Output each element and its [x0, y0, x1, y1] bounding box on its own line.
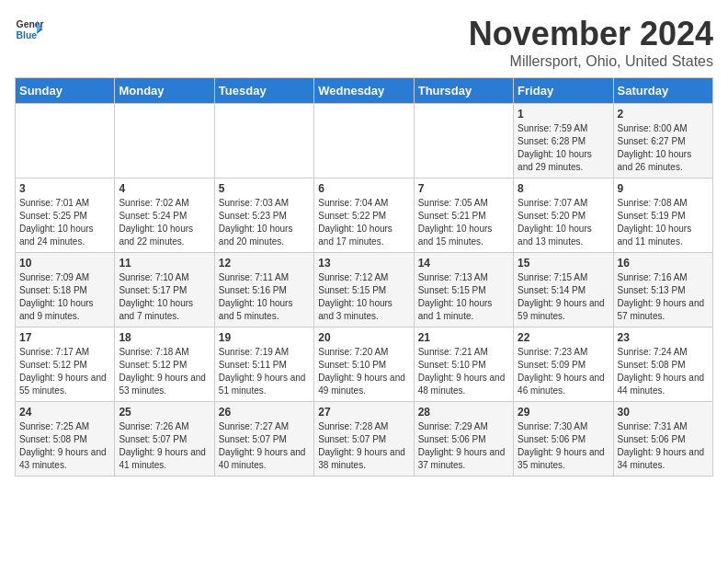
- logo: General Blue: [15, 15, 44, 44]
- day-info: Sunrise: 7:23 AM Sunset: 5:09 PM Dayligh…: [518, 346, 609, 397]
- calendar-cell: 3Sunrise: 7:01 AM Sunset: 5:25 PM Daylig…: [16, 178, 115, 253]
- day-info: Sunrise: 7:01 AM Sunset: 5:25 PM Dayligh…: [19, 197, 110, 248]
- calendar-cell: 15Sunrise: 7:15 AM Sunset: 5:14 PM Dayli…: [514, 253, 613, 327]
- day-info: Sunrise: 7:05 AM Sunset: 5:21 PM Dayligh…: [418, 197, 509, 248]
- day-info: Sunrise: 7:12 AM Sunset: 5:15 PM Dayligh…: [318, 271, 409, 323]
- calendar-cell: 17Sunrise: 7:17 AM Sunset: 5:12 PM Dayli…: [16, 327, 115, 402]
- calendar-cell: 12Sunrise: 7:11 AM Sunset: 5:16 PM Dayli…: [214, 253, 313, 327]
- day-info: Sunrise: 7:17 AM Sunset: 5:12 PM Dayligh…: [19, 346, 110, 397]
- day-number: 1: [518, 108, 609, 121]
- day-number: 16: [618, 257, 709, 270]
- day-number: 2: [618, 108, 709, 121]
- day-info: Sunrise: 7:19 AM Sunset: 5:11 PM Dayligh…: [219, 346, 310, 397]
- day-number: 26: [219, 406, 310, 419]
- header-day-friday: Friday: [514, 78, 613, 104]
- calendar-cell: 13Sunrise: 7:12 AM Sunset: 5:15 PM Dayli…: [314, 253, 414, 327]
- header-day-wednesday: Wednesday: [314, 78, 414, 104]
- calendar-cell: 1Sunrise: 7:59 AM Sunset: 6:28 PM Daylig…: [514, 104, 613, 178]
- header-day-sunday: Sunday: [16, 78, 115, 104]
- day-info: Sunrise: 7:04 AM Sunset: 5:22 PM Dayligh…: [318, 197, 409, 248]
- day-number: 21: [418, 331, 509, 344]
- day-number: 6: [318, 182, 409, 195]
- title-area: November 2024 Millersport, Ohio, United …: [469, 15, 713, 70]
- day-info: Sunrise: 7:08 AM Sunset: 5:19 PM Dayligh…: [618, 197, 709, 248]
- day-number: 27: [318, 406, 409, 419]
- day-info: Sunrise: 7:29 AM Sunset: 5:06 PM Dayligh…: [418, 420, 509, 472]
- calendar-cell: 2Sunrise: 8:00 AM Sunset: 6:27 PM Daylig…: [613, 104, 712, 178]
- day-info: Sunrise: 8:00 AM Sunset: 6:27 PM Dayligh…: [618, 122, 709, 174]
- day-info: Sunrise: 7:02 AM Sunset: 5:24 PM Dayligh…: [119, 197, 210, 248]
- day-info: Sunrise: 7:03 AM Sunset: 5:23 PM Dayligh…: [219, 197, 310, 248]
- day-number: 17: [19, 331, 110, 344]
- day-info: Sunrise: 7:10 AM Sunset: 5:17 PM Dayligh…: [119, 271, 210, 323]
- day-number: 20: [318, 331, 409, 344]
- day-number: 30: [618, 406, 709, 419]
- day-number: 8: [518, 182, 609, 195]
- day-number: 24: [19, 406, 110, 419]
- day-info: Sunrise: 7:16 AM Sunset: 5:13 PM Dayligh…: [618, 271, 709, 323]
- day-info: Sunrise: 7:15 AM Sunset: 5:14 PM Dayligh…: [518, 271, 609, 323]
- calendar-cell: 22Sunrise: 7:23 AM Sunset: 5:09 PM Dayli…: [514, 327, 613, 402]
- calendar-week-row: 17Sunrise: 7:17 AM Sunset: 5:12 PM Dayli…: [16, 327, 713, 402]
- day-info: Sunrise: 7:11 AM Sunset: 5:16 PM Dayligh…: [219, 271, 310, 323]
- day-number: 23: [618, 331, 709, 344]
- day-info: Sunrise: 7:20 AM Sunset: 5:10 PM Dayligh…: [318, 346, 409, 397]
- day-number: 14: [418, 257, 509, 270]
- day-number: 3: [19, 182, 110, 195]
- calendar-table: SundayMondayTuesdayWednesdayThursdayFrid…: [15, 77, 713, 477]
- calendar-cell: [16, 104, 115, 178]
- day-info: Sunrise: 7:31 AM Sunset: 5:06 PM Dayligh…: [618, 420, 709, 472]
- calendar-cell: 8Sunrise: 7:07 AM Sunset: 5:20 PM Daylig…: [514, 178, 613, 253]
- day-info: Sunrise: 7:27 AM Sunset: 5:07 PM Dayligh…: [219, 420, 310, 472]
- day-info: Sunrise: 7:09 AM Sunset: 5:18 PM Dayligh…: [19, 271, 110, 323]
- day-number: 22: [518, 331, 609, 344]
- day-info: Sunrise: 7:21 AM Sunset: 5:10 PM Dayligh…: [418, 346, 509, 397]
- calendar-cell: 23Sunrise: 7:24 AM Sunset: 5:08 PM Dayli…: [613, 327, 712, 402]
- calendar-cell: 21Sunrise: 7:21 AM Sunset: 5:10 PM Dayli…: [414, 327, 513, 402]
- calendar-cell: 9Sunrise: 7:08 AM Sunset: 5:19 PM Daylig…: [613, 178, 712, 253]
- header-day-thursday: Thursday: [414, 78, 513, 104]
- day-info: Sunrise: 7:26 AM Sunset: 5:07 PM Dayligh…: [119, 420, 210, 472]
- day-number: 13: [318, 257, 409, 270]
- logo-icon: General Blue: [15, 15, 44, 44]
- calendar-cell: 27Sunrise: 7:28 AM Sunset: 5:07 PM Dayli…: [314, 402, 414, 477]
- calendar-cell: 29Sunrise: 7:30 AM Sunset: 5:06 PM Dayli…: [514, 402, 613, 477]
- calendar-cell: 30Sunrise: 7:31 AM Sunset: 5:06 PM Dayli…: [613, 402, 712, 477]
- calendar-cell: 14Sunrise: 7:13 AM Sunset: 5:15 PM Dayli…: [414, 253, 513, 327]
- calendar-cell: [115, 104, 214, 178]
- day-number: 28: [418, 406, 509, 419]
- calendar-cell: [414, 104, 513, 178]
- calendar-week-row: 3Sunrise: 7:01 AM Sunset: 5:25 PM Daylig…: [16, 178, 713, 253]
- day-info: Sunrise: 7:30 AM Sunset: 5:06 PM Dayligh…: [518, 420, 609, 472]
- header: General Blue November 2024 Millersport, …: [15, 15, 713, 70]
- day-info: Sunrise: 7:13 AM Sunset: 5:15 PM Dayligh…: [418, 271, 509, 323]
- header-day-monday: Monday: [115, 78, 214, 104]
- calendar-cell: 20Sunrise: 7:20 AM Sunset: 5:10 PM Dayli…: [314, 327, 414, 402]
- location-title: Millersport, Ohio, United States: [469, 53, 713, 70]
- day-number: 10: [19, 257, 110, 270]
- calendar-week-row: 24Sunrise: 7:25 AM Sunset: 5:08 PM Dayli…: [16, 402, 713, 477]
- header-day-tuesday: Tuesday: [214, 78, 313, 104]
- day-number: 15: [518, 257, 609, 270]
- header-day-saturday: Saturday: [613, 78, 712, 104]
- calendar-cell: 10Sunrise: 7:09 AM Sunset: 5:18 PM Dayli…: [16, 253, 115, 327]
- day-info: Sunrise: 7:25 AM Sunset: 5:08 PM Dayligh…: [19, 420, 110, 472]
- day-number: 25: [119, 406, 210, 419]
- calendar-cell: 6Sunrise: 7:04 AM Sunset: 5:22 PM Daylig…: [314, 178, 414, 253]
- calendar-cell: 24Sunrise: 7:25 AM Sunset: 5:08 PM Dayli…: [16, 402, 115, 477]
- calendar-cell: 19Sunrise: 7:19 AM Sunset: 5:11 PM Dayli…: [214, 327, 313, 402]
- day-info: Sunrise: 7:07 AM Sunset: 5:20 PM Dayligh…: [518, 197, 609, 248]
- calendar-week-row: 1Sunrise: 7:59 AM Sunset: 6:28 PM Daylig…: [16, 104, 713, 178]
- calendar-cell: 4Sunrise: 7:02 AM Sunset: 5:24 PM Daylig…: [115, 178, 214, 253]
- calendar-cell: 11Sunrise: 7:10 AM Sunset: 5:17 PM Dayli…: [115, 253, 214, 327]
- calendar-cell: [214, 104, 313, 178]
- calendar-cell: 16Sunrise: 7:16 AM Sunset: 5:13 PM Dayli…: [613, 253, 712, 327]
- calendar-week-row: 10Sunrise: 7:09 AM Sunset: 5:18 PM Dayli…: [16, 253, 713, 327]
- calendar-cell: 18Sunrise: 7:18 AM Sunset: 5:12 PM Dayli…: [115, 327, 214, 402]
- day-info: Sunrise: 7:18 AM Sunset: 5:12 PM Dayligh…: [119, 346, 210, 397]
- calendar-cell: 5Sunrise: 7:03 AM Sunset: 5:23 PM Daylig…: [214, 178, 313, 253]
- day-number: 12: [219, 257, 310, 270]
- svg-text:Blue: Blue: [17, 30, 38, 40]
- day-info: Sunrise: 7:59 AM Sunset: 6:28 PM Dayligh…: [518, 122, 609, 174]
- day-number: 9: [618, 182, 709, 195]
